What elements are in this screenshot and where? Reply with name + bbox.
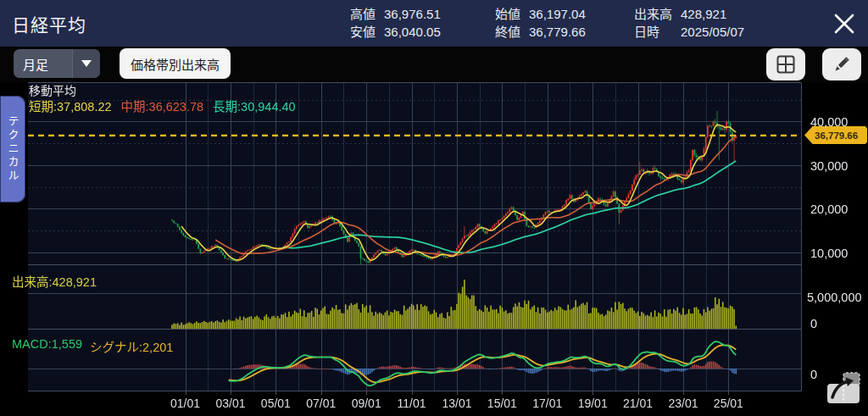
macd-pane-label: MACD:1,559 シグナル:2,201 bbox=[12, 337, 173, 355]
draw-button[interactable] bbox=[822, 48, 861, 80]
close-icon[interactable] bbox=[831, 10, 858, 37]
open-close-stats: 始値 36,197.04 終値 36,779.66 bbox=[495, 5, 586, 41]
toolbar: 月足 価格帯別出来高 bbox=[0, 47, 868, 82]
close-label: 終値 bbox=[495, 23, 520, 41]
close-value: 36,779.66 bbox=[529, 23, 586, 41]
chevron-down-icon bbox=[72, 49, 100, 78]
ma-short-value: 短期:37,808.22 bbox=[29, 97, 112, 114]
page-title: 日経平均 bbox=[12, 11, 86, 36]
x-axis-label: 05/01 bbox=[261, 397, 291, 410]
x-axis-label: 07/01 bbox=[306, 397, 336, 410]
rotate-screen-icon[interactable] bbox=[824, 371, 863, 407]
macd-signal-value: シグナル:2,201 bbox=[90, 337, 173, 355]
technical-tab[interactable]: テクニカル bbox=[0, 96, 25, 202]
ma-mid-value: 中期:36,623.78 bbox=[121, 97, 204, 114]
ma-legend-values: 短期:37,808.22 中期:36,623.78 長期:30,944.40 bbox=[29, 97, 296, 114]
low-value: 36,040.05 bbox=[384, 23, 441, 41]
x-axis-label: 03/01 bbox=[215, 397, 245, 410]
x-axis-label: 13/01 bbox=[442, 397, 471, 410]
chart-canvas[interactable] bbox=[0, 82, 868, 416]
x-axis-label: 23/01 bbox=[668, 397, 698, 410]
volume-pane-label: 出来高:428,921 bbox=[12, 272, 97, 290]
y-axis-label: 0 bbox=[810, 368, 817, 381]
x-axis-label: 25/01 bbox=[714, 397, 743, 410]
open-label: 始値 bbox=[495, 5, 520, 23]
x-axis-label: 21/01 bbox=[623, 397, 653, 410]
high-low-stats: 高値 36,976.51 安値 36,040.05 bbox=[350, 5, 441, 41]
y-axis-label: 5,000,000 bbox=[807, 291, 862, 304]
header: 日経平均 高値 36,976.51 安値 36,040.05 始値 36,197… bbox=[0, 0, 868, 47]
y-axis-label: 30,000 bbox=[810, 159, 848, 173]
ma-legend-title: 移動平均 bbox=[29, 81, 76, 98]
date-label: 日時 bbox=[634, 23, 672, 41]
x-axis-label: 19/01 bbox=[578, 397, 608, 410]
open-value: 36,197.04 bbox=[529, 5, 586, 23]
y-axis-label: 10,000 bbox=[810, 247, 848, 260]
grid-layout-button[interactable] bbox=[766, 48, 805, 80]
macd-value: MACD:1,559 bbox=[12, 337, 82, 355]
volume-value: 428,921 bbox=[681, 5, 744, 23]
y-axis-label: 20,000 bbox=[810, 202, 848, 216]
chart-app: 日経平均 高値 36,976.51 安値 36,040.05 始値 36,197… bbox=[0, 0, 868, 416]
date-value: 2025/05/07 bbox=[681, 23, 744, 41]
y-axis-label: 0 bbox=[810, 317, 817, 330]
ma-long-value: 長期:30,944.40 bbox=[213, 97, 296, 114]
volume-by-price-button[interactable]: 価格帯別出来高 bbox=[120, 48, 231, 79]
pencil-icon bbox=[831, 53, 853, 75]
volume-label: 出来高 bbox=[634, 5, 672, 23]
high-value: 36,976.51 bbox=[384, 5, 441, 23]
x-axis-label: 11/01 bbox=[398, 397, 426, 410]
x-axis-label: 09/01 bbox=[352, 397, 381, 410]
x-axis-label: 15/01 bbox=[487, 397, 517, 410]
low-label: 安値 bbox=[350, 23, 376, 41]
high-label: 高値 bbox=[350, 5, 376, 23]
grid-icon bbox=[775, 53, 797, 75]
x-axis-label: 17/01 bbox=[532, 397, 562, 410]
interval-dropdown[interactable]: 月足 bbox=[14, 49, 100, 78]
volume-date-stats: 出来高 428,921 日時 2025/05/07 bbox=[634, 5, 744, 41]
interval-label: 月足 bbox=[14, 55, 72, 73]
y-axis-label: 40,000 bbox=[810, 115, 848, 129]
chart-region: テクニカル 移動平均 短期:37,808.22 中期:36,623.78 長期:… bbox=[0, 82, 868, 416]
x-axis-label: 01/01 bbox=[170, 397, 200, 410]
